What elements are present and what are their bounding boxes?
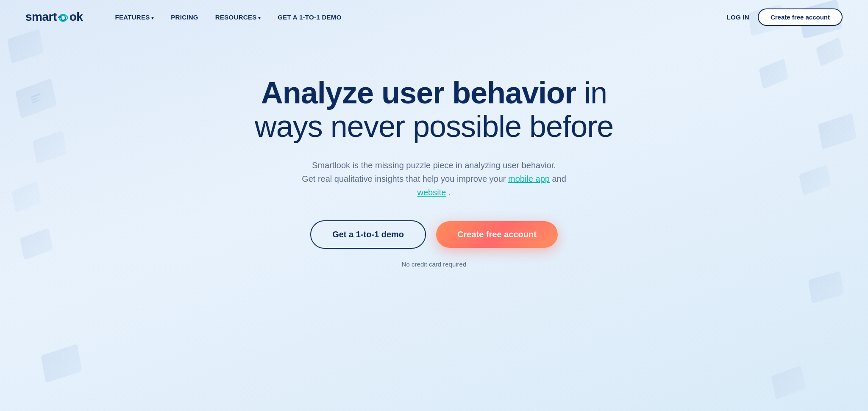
login-link[interactable]: LOG IN — [726, 14, 749, 21]
logo-infinity-icon — [57, 14, 69, 22]
nav-resources[interactable]: RESOURCES — [209, 10, 267, 24]
nav-right: LOG IN Create free account — [726, 8, 843, 26]
hero-title-bold: Analyze user behavior — [261, 76, 576, 110]
logo[interactable]: smart ok — [25, 10, 83, 24]
no-credit-card-text: No credit card required — [402, 261, 467, 268]
logo-text: smart ok — [25, 10, 83, 24]
demo-button[interactable]: Get a 1-to-1 demo — [310, 220, 426, 249]
nav-demo[interactable]: GET A 1-TO-1 DEMO — [271, 10, 348, 24]
hero-buttons: Get a 1-to-1 demo Create free account — [310, 220, 558, 249]
navbar: smart ok FEATURES PRICING RESOURCES GET … — [0, 0, 868, 34]
nav-pricing[interactable]: PRICING — [164, 10, 205, 24]
mobile-app-link[interactable]: mobile app — [508, 174, 550, 183]
create-account-nav-button[interactable]: Create free account — [758, 8, 843, 26]
nav-features[interactable]: FEATURES — [108, 10, 161, 24]
create-account-button[interactable]: Create free account — [436, 221, 558, 248]
hero-title: Analyze user behavior inways never possi… — [255, 76, 613, 143]
hero-subtitle: Smartlook is the missing puzzle piece in… — [298, 158, 570, 199]
nav-links: FEATURES PRICING RESOURCES GET A 1-TO-1 … — [108, 10, 726, 24]
hero-section: Analyze user behavior inways never possi… — [0, 34, 868, 293]
website-link[interactable]: website — [417, 188, 446, 197]
